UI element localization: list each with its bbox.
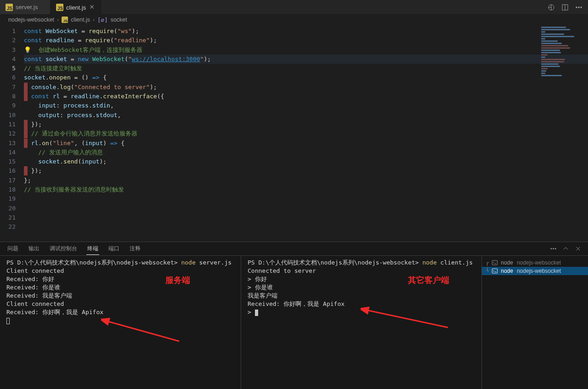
symbol-variable-icon: [∅] (97, 17, 108, 23)
svg-point-7 (555, 248, 556, 249)
compare-icon[interactable] (548, 4, 555, 11)
panel-tab-端口[interactable]: 端口 (107, 243, 120, 254)
close-icon[interactable] (89, 4, 95, 11)
svg-rect-11 (492, 269, 498, 273)
bottom-panel: 问题输出调试控制台终端端口注释 PS D:\个人代码技术文档\nodejs系列\… (0, 242, 588, 389)
js-file-icon: JS (56, 4, 63, 11)
panel-body: PS D:\个人代码技术文档\nodejs系列\nodejs-websocket… (0, 256, 588, 389)
panel-tab-注释[interactable]: 注释 (129, 243, 141, 254)
svg-rect-10 (492, 260, 498, 265)
close-icon[interactable] (575, 245, 582, 252)
chevron-right-icon: › (93, 17, 95, 23)
breadcrumb-symbol[interactable]: socket (111, 17, 127, 23)
svg-point-6 (553, 248, 554, 249)
editor-actions (542, 0, 588, 14)
code-area[interactable]: const WebSocket = require("ws");const re… (24, 25, 588, 242)
minimap[interactable] (541, 27, 582, 82)
terminal-left[interactable]: PS D:\个人代码技术文档\nodejs系列\nodejs-websocket… (0, 256, 241, 389)
more-icon[interactable] (550, 245, 557, 252)
panel-tabbar: 问题输出调试控制台终端端口注释 (0, 242, 588, 256)
panel-actions (550, 245, 582, 252)
svg-point-3 (578, 6, 579, 7)
js-file-icon: JS (6, 4, 13, 11)
panel-tab-输出[interactable]: 输出 (28, 243, 40, 254)
more-icon[interactable] (575, 4, 582, 11)
breadcrumb-project[interactable]: nodejs-websocket (8, 17, 54, 23)
chevron-up-icon[interactable] (562, 245, 569, 252)
panel-tab-问题[interactable]: 问题 (6, 243, 19, 254)
panel-tab-调试控制台[interactable]: 调试控制台 (49, 243, 78, 254)
editor-tabbar: JS server.js JS client.js (0, 0, 588, 15)
breadcrumb-file[interactable]: client.js (71, 17, 90, 23)
js-file-icon: JS (62, 17, 68, 23)
panel-tab-终端[interactable]: 终端 (86, 243, 99, 255)
terminal-instance[interactable]: ┌nodenodejs-websocket (482, 259, 588, 267)
split-icon[interactable] (561, 4, 569, 11)
svg-point-2 (576, 6, 577, 7)
line-gutter: 12345678910111213141516171819202122 (0, 25, 24, 242)
tab-server-js[interactable]: JS server.js (0, 0, 51, 14)
tab-label: server.js (16, 4, 38, 11)
breadcrumb[interactable]: nodejs-websocket › JS client.js › [∅] so… (0, 15, 588, 25)
terminal-instance[interactable]: └nodenodejs-websocket (482, 267, 588, 275)
tab-client-js[interactable]: JS client.js (51, 0, 101, 14)
terminal-list: ┌nodenodejs-websocket└nodenodejs-websock… (481, 256, 588, 389)
svg-point-5 (551, 248, 552, 249)
editor[interactable]: 12345678910111213141516171819202122 cons… (0, 25, 588, 242)
terminal-right[interactable]: PS D:\个人代码技术文档\nodejs系列\nodejs-websocket… (241, 256, 481, 389)
chevron-right-icon: › (57, 17, 59, 23)
tab-label: client.js (66, 4, 86, 11)
svg-point-4 (581, 6, 582, 7)
